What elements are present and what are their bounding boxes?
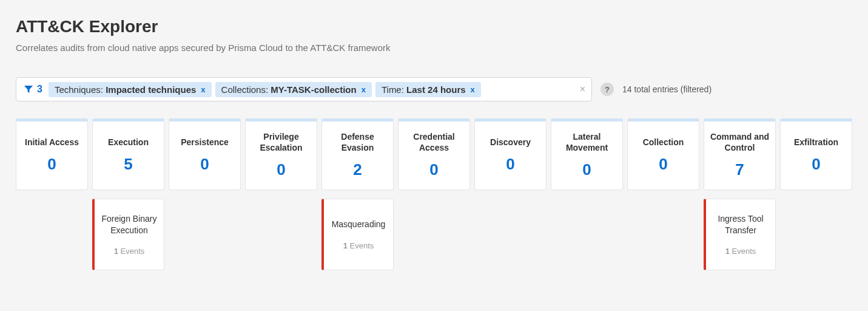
tactic-count: 0: [582, 160, 591, 179]
technique-events-count: 1: [343, 241, 348, 250]
technique-events: 1 Events: [343, 241, 374, 250]
tactic-count: 2: [353, 160, 362, 179]
tactic-name: Command and Control: [708, 132, 772, 153]
chip-label: Techniques:: [55, 84, 103, 95]
tactic-count: 0: [429, 160, 438, 179]
tactic-card[interactable]: Lateral Movement0: [551, 118, 623, 190]
tactic-card[interactable]: Initial Access0: [16, 118, 88, 190]
tactic-column: Lateral Movement0: [551, 118, 623, 270]
tactic-count: 5: [124, 155, 132, 174]
tactic-count: 0: [277, 160, 285, 179]
page-title: ATT&CK Explorer: [16, 17, 852, 36]
technique-events-count: 1: [114, 247, 118, 256]
tactic-name: Privilege Escalation: [249, 132, 313, 153]
tactic-name: Defense Evasion: [326, 132, 389, 153]
tactic-column: Collection0: [627, 118, 699, 270]
tactic-name: Execution: [108, 137, 149, 148]
clear-filters-icon[interactable]: ×: [580, 84, 585, 95]
chip-value: MY-TASK-collection: [271, 84, 356, 95]
chip-label: Collections:: [221, 84, 269, 95]
filter-funnel[interactable]: 3: [21, 84, 45, 95]
tactic-column: Privilege Escalation0: [245, 118, 317, 270]
filter-input[interactable]: 3 Techniques: Impacted techniques x Coll…: [16, 77, 592, 101]
technique-card[interactable]: Ingress Tool Transfer1 Events: [704, 199, 776, 270]
tactic-column: Discovery0: [474, 118, 547, 270]
entries-count-text: 14 total entries (filtered): [622, 84, 712, 94]
technique-name: Foreign Binary Execution: [98, 213, 160, 235]
tactic-count: 0: [659, 155, 667, 174]
tactic-name: Discovery: [490, 137, 531, 148]
tactic-card[interactable]: Privilege Escalation0: [245, 118, 317, 190]
tactic-column: Defense Evasion2Masquerading1 Events: [321, 118, 394, 270]
tactic-card[interactable]: Command and Control7: [704, 118, 776, 190]
tactics-row: Initial Access0Execution5Foreign Binary …: [16, 118, 852, 270]
tactic-name: Credential Access: [402, 132, 466, 153]
filter-count: 3: [37, 84, 42, 95]
events-suffix: Events: [121, 247, 145, 256]
tactic-count: 7: [735, 160, 744, 179]
tactic-card[interactable]: Exfiltration0: [780, 118, 852, 190]
tactic-column: Credential Access0: [398, 118, 470, 270]
tactic-name: Exfiltration: [794, 137, 838, 148]
tactic-name: Initial Access: [25, 137, 79, 148]
tactic-column: Exfiltration0: [780, 118, 852, 270]
tactic-card[interactable]: Collection0: [627, 118, 699, 190]
tactic-name: Lateral Movement: [555, 132, 619, 153]
chip-close-icon[interactable]: x: [201, 85, 205, 94]
tactic-count: 0: [506, 155, 514, 174]
tactic-count: 0: [47, 155, 56, 174]
filter-chip-collections[interactable]: Collections: MY-TASK-collection x: [215, 82, 372, 97]
events-suffix: Events: [350, 241, 374, 250]
events-suffix: Events: [732, 247, 756, 256]
chip-value: Last 24 hours: [406, 84, 466, 95]
tactic-count: 0: [812, 155, 820, 174]
technique-card[interactable]: Foreign Binary Execution1 Events: [92, 199, 164, 270]
technique-name: Masquerading: [332, 219, 386, 230]
chip-close-icon[interactable]: x: [471, 85, 475, 94]
page-subtitle: Correlates audits from cloud native apps…: [16, 43, 852, 53]
tactic-column: Initial Access0: [16, 118, 88, 270]
filter-chip-time[interactable]: Time: Last 24 hours x: [375, 82, 481, 97]
technique-events: 1 Events: [725, 247, 756, 256]
chip-value: Impacted techniques: [106, 84, 196, 95]
technique-name: Ingress Tool Transfer: [710, 213, 772, 235]
technique-card[interactable]: Masquerading1 Events: [321, 199, 394, 270]
tactic-card[interactable]: Credential Access0: [398, 118, 470, 190]
tactic-column: Execution5Foreign Binary Execution1 Even…: [92, 118, 164, 270]
tactic-card[interactable]: Defense Evasion2: [321, 118, 394, 190]
tactic-column: Command and Control7Ingress Tool Transfe…: [704, 118, 776, 270]
filter-chip-techniques[interactable]: Techniques: Impacted techniques x: [49, 82, 212, 97]
chip-close-icon[interactable]: x: [362, 85, 366, 94]
tactic-card[interactable]: Persistence0: [169, 118, 241, 190]
technique-events-count: 1: [725, 247, 730, 256]
funnel-icon: [24, 84, 33, 94]
help-icon[interactable]: ?: [601, 83, 614, 96]
technique-events: 1 Events: [114, 247, 145, 256]
tactic-name: Persistence: [181, 137, 229, 148]
tactic-count: 0: [200, 155, 209, 174]
tactic-card[interactable]: Execution5: [92, 118, 164, 190]
chip-label: Time:: [382, 84, 404, 95]
tactic-column: Persistence0: [169, 118, 241, 270]
filter-row: 3 Techniques: Impacted techniques x Coll…: [16, 77, 852, 101]
tactic-name: Collection: [643, 137, 684, 148]
tactic-card[interactable]: Discovery0: [474, 118, 547, 190]
